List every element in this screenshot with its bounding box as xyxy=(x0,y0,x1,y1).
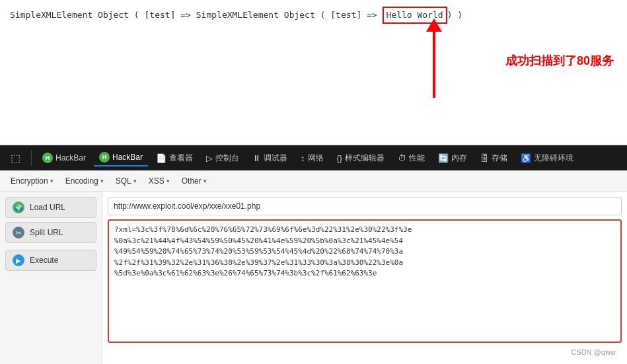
tab-debugger-label: 调试器 xyxy=(264,153,287,164)
annotation-label: 成功扫描到了80服务 xyxy=(505,53,614,69)
tab-memory-label: 内存 xyxy=(451,153,467,164)
tab-console-label: 控制台 xyxy=(215,153,239,164)
other-menu[interactable]: Other ▾ xyxy=(176,174,212,188)
tab-storage-label: 存储 xyxy=(492,153,507,164)
storage-icon: 🗄 xyxy=(480,153,489,163)
tab-memory[interactable]: 🔄 内存 xyxy=(433,150,472,166)
style-icon: {} xyxy=(337,153,343,163)
tab-accessibility[interactable]: ♿ 无障碍环境 xyxy=(515,150,579,166)
tab-hackbar-2[interactable]: H HackBar xyxy=(94,149,148,166)
toolbar-separator-1 xyxy=(31,150,32,166)
debugger-icon: ⏸ xyxy=(252,153,261,163)
console-icon: ▷ xyxy=(206,153,213,163)
tab-accessibility-label: 无障碍环境 xyxy=(534,153,573,164)
inspector-icon: 📄 xyxy=(156,153,166,163)
encoding-chevron: ▾ xyxy=(100,178,104,184)
tab-inspector-label: 查看器 xyxy=(169,153,193,164)
encryption-menu[interactable]: Encryption ▾ xyxy=(5,174,59,188)
tab-console[interactable]: ▷ 控制台 xyxy=(201,150,244,166)
encryption-label: Encryption xyxy=(11,176,48,186)
tab-storage[interactable]: 🗄 存储 xyxy=(475,150,513,166)
hackbar-toolbar: Encryption ▾ Encoding ▾ SQL ▾ XSS ▾ Othe… xyxy=(0,170,627,192)
hackbar-icon-1: H xyxy=(42,153,53,163)
xml-output: SimpleXMLElement Object ( [test] => Simp… xyxy=(10,7,617,24)
csdn-watermark: CSDN @qwsr xyxy=(108,347,622,359)
sql-menu[interactable]: SQL ▾ xyxy=(110,174,142,188)
xss-chevron: ▾ xyxy=(166,178,170,184)
accessibility-icon: ♿ xyxy=(521,153,531,163)
tab-performance[interactable]: ⏱ 性能 xyxy=(392,150,430,166)
tab-style-editor-label: 样式编辑器 xyxy=(345,153,385,164)
tab-debugger[interactable]: ⏸ 调试器 xyxy=(247,150,293,166)
hackbar-icon-2: H xyxy=(99,152,110,163)
tab-network-label: 网络 xyxy=(308,153,324,164)
xml-suffix: ) ) xyxy=(447,10,462,20)
tab-performance-label: 性能 xyxy=(409,153,425,164)
split-url-label: Split URL xyxy=(30,228,63,237)
encryption-chevron: ▾ xyxy=(50,178,54,184)
memory-icon: 🔄 xyxy=(438,153,449,163)
split-url-icon: ✂ xyxy=(13,227,24,238)
payload-textarea[interactable]: ?xml=%3c%3f%78%6d%6c%20%76%65%72%73%69%6… xyxy=(108,219,622,343)
annotation-arrow-head xyxy=(426,18,442,32)
sql-chevron: ▾ xyxy=(133,178,137,184)
other-chevron: ▾ xyxy=(203,178,207,184)
tab-hackbar-1-label: HackBar xyxy=(55,153,86,163)
devtools-toolbar: ⬚ H HackBar H HackBar 📄 查看器 ▷ 控制台 ⏸ 调试器 … xyxy=(0,145,627,170)
network-icon: ↕ xyxy=(301,153,305,163)
encoding-menu[interactable]: Encoding ▾ xyxy=(60,174,109,188)
inspect-icon: ⬚ xyxy=(11,152,20,164)
load-url-icon: 🌍 xyxy=(13,201,24,213)
url-input[interactable] xyxy=(108,197,622,215)
encoding-label: Encoding xyxy=(65,176,98,186)
execute-button[interactable]: ▶ Execute xyxy=(5,250,96,271)
tab-hackbar-2-label: HackBar xyxy=(112,153,143,162)
execute-label: Execute xyxy=(30,256,58,265)
tab-hackbar-1[interactable]: H HackBar xyxy=(37,150,91,166)
tab-network[interactable]: ↕ 网络 xyxy=(295,150,329,166)
performance-icon: ⏱ xyxy=(398,153,406,163)
other-label: Other xyxy=(182,176,202,186)
inspect-button[interactable]: ⬚ xyxy=(5,149,26,167)
browser-content-area: SimpleXMLElement Object ( [test] => Simp… xyxy=(0,0,627,145)
tab-inspector[interactable]: 📄 查看器 xyxy=(151,150,198,166)
hackbar-left-panel: 🌍 Load URL ✂ Split URL ▶ Execute xyxy=(0,192,102,364)
xss-label: XSS xyxy=(149,176,165,186)
hackbar-right-panel: ?xml=%3c%3f%78%6d%6c%20%76%65%72%73%69%6… xyxy=(102,192,627,364)
execute-icon: ▶ xyxy=(13,254,24,266)
load-url-button[interactable]: 🌍 Load URL xyxy=(5,197,96,218)
hackbar-main: 🌍 Load URL ✂ Split URL ▶ Execute ?xml=%3… xyxy=(0,192,627,364)
load-url-label: Load URL xyxy=(30,203,65,212)
annotation-arrow-line xyxy=(433,32,435,98)
tab-style-editor[interactable]: {} 样式编辑器 xyxy=(332,150,390,166)
xml-prefix: SimpleXMLElement Object ( [test] => Simp… xyxy=(10,10,383,20)
sql-label: SQL xyxy=(116,176,131,186)
xss-menu[interactable]: XSS ▾ xyxy=(143,174,175,188)
split-url-button[interactable]: ✂ Split URL xyxy=(5,222,96,243)
